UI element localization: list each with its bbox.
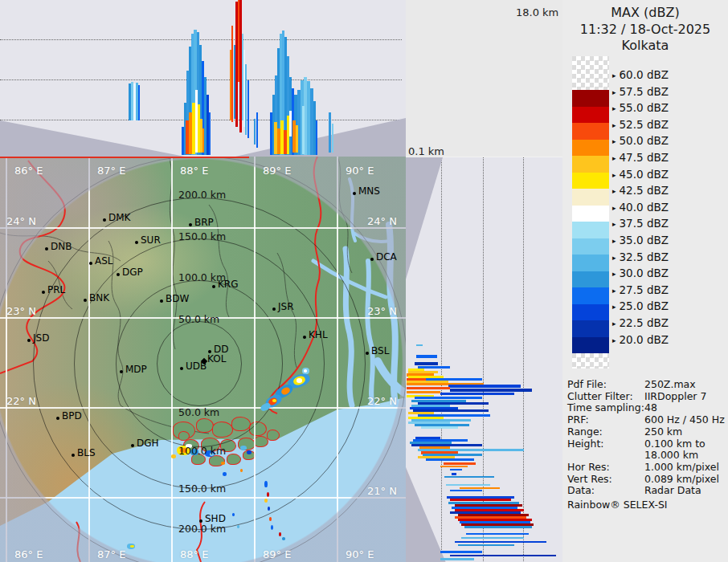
city-marker-SHD: [199, 519, 202, 523]
longitude-label: 89° E: [263, 165, 291, 177]
legend-band: [572, 271, 609, 288]
echo-strip: [415, 397, 482, 399]
info-row-value: Radar Data: [644, 484, 701, 496]
echo-strip: [460, 487, 500, 489]
echo-strip: [416, 355, 437, 358]
legend-title: MAX (dBZ) 11:32 / 18-Oct-2025 Kolkata: [562, 5, 728, 55]
city-label-KHL: KHL: [309, 329, 328, 340]
echo-bar: [231, 26, 233, 122]
longitude-label: 89° E: [263, 548, 291, 560]
city-label-DGP: DGP: [122, 267, 143, 278]
info-row-value: 0.089 km/pixel: [644, 473, 719, 485]
city-label-BDW: BDW: [166, 293, 189, 304]
info-row-value: IIRDoppler 7: [644, 390, 706, 402]
echo-bar: [332, 124, 333, 153]
city-marker-BSL: [366, 352, 369, 355]
right-profile-echoes: [406, 157, 562, 562]
legend-band: [572, 255, 609, 271]
echo-strip: [426, 458, 474, 461]
echo-strip: [461, 537, 524, 539]
scan-datetime: 11:32 / 18-Oct-2025: [562, 22, 728, 39]
city-marker-JSR: [272, 307, 276, 311]
legend-band: [572, 189, 609, 206]
echo-bar: [209, 112, 211, 155]
echo-bar: [302, 106, 305, 154]
range-ring-label: 150.0 km: [178, 483, 226, 495]
longitude-label: 90° E: [346, 165, 374, 177]
legend-entry: ▸57.5 dBZ: [612, 85, 669, 98]
range-ring-label: 200.0 km: [178, 523, 226, 535]
top-profile-echoes: [0, 0, 406, 157]
info-row-label: Range:: [567, 426, 603, 438]
echo-bar: [254, 119, 256, 145]
legend-arrow-icon: ▸: [612, 220, 616, 228]
legend-band: [572, 90, 609, 107]
range-ring-label: 200.0 km: [178, 189, 226, 201]
info-row-value: 1.000 km/pixel: [644, 461, 719, 473]
legend-arrow-icon: ▸: [612, 187, 616, 195]
legend-arrow-icon: ▸: [612, 270, 616, 278]
city-marker-JSD: [27, 339, 31, 342]
legend-arrow-icon: ▸: [612, 204, 616, 212]
echo-strip: [440, 558, 474, 560]
echo-strip: [446, 484, 490, 486]
city-label-KRG: KRG: [218, 279, 239, 290]
right-height-profile-panel[interactable]: [406, 157, 562, 562]
latitude-label: 22° N: [367, 395, 397, 407]
info-row-label: PRF:: [567, 413, 589, 426]
echo-strip: [450, 389, 532, 392]
echo-strip: [407, 387, 450, 389]
city-marker-MDP: [120, 370, 123, 373]
top-height-profile-panel[interactable]: [0, 0, 406, 157]
echo-strip: [416, 344, 423, 346]
echo-strip: [450, 499, 511, 501]
echo-strip: [440, 393, 514, 395]
legend-band: [572, 304, 609, 321]
legend-entry: ▸22.5 dBZ: [612, 316, 669, 329]
info-row-label: Time sampling:: [567, 401, 644, 413]
legend-entry: ▸45.0 dBZ: [612, 168, 669, 181]
echo-bar: [296, 125, 298, 153]
city-marker-DGP: [117, 273, 120, 276]
city-marker-KRG: [212, 285, 215, 288]
legend-entry: ▸37.5 dBZ: [612, 217, 669, 230]
radar-map-panel[interactable]: 86° E86° E87° E87° E88° E88° E89° E89° E…: [0, 157, 407, 562]
city-label-DCA: DCA: [376, 251, 397, 263]
legend-band: [572, 222, 609, 238]
legend-band: [572, 173, 609, 189]
legend-entry: ▸42.5 dBZ: [612, 184, 669, 197]
info-row-value: 250 km: [644, 426, 682, 438]
legend-entry: ▸20.0 dBZ: [612, 333, 669, 346]
city-marker-PRL: [42, 291, 45, 294]
legend-arrow-icon: ▸: [612, 88, 616, 96]
city-marker-BRP: [189, 223, 192, 226]
city-label-PRL: PRL: [47, 284, 65, 295]
info-row-value: 48: [644, 401, 657, 413]
legend-panel: MAX (dBZ) 11:32 / 18-Oct-2025 Kolkata ▸6…: [562, 0, 728, 562]
city-marker-BNK: [84, 299, 87, 302]
legend-arrow-icon: ▸: [612, 71, 616, 79]
city-marker-MNS: [353, 192, 356, 195]
latitude-label: 23° N: [367, 305, 397, 317]
legend-arrow-icon: ▸: [612, 254, 616, 262]
longitude-label: 88° E: [180, 165, 208, 177]
range-ring-label: 50.0 km: [178, 406, 219, 418]
latitude-label: 24° N: [6, 215, 36, 227]
city-marker-SUR: [135, 241, 138, 244]
echo-strip: [444, 462, 476, 465]
longitude-label: 86° E: [14, 165, 43, 177]
legend-arrow-icon: ▸: [612, 237, 616, 245]
legend-entry: ▸55.0 dBZ: [612, 101, 669, 114]
product-title: MAX (dBZ): [562, 5, 728, 22]
city-marker-UDB: [180, 367, 183, 370]
legend-entry: ▸25.0 dBZ: [612, 299, 669, 312]
info-row-value: 18.000 km: [644, 449, 698, 461]
echo-bar: [202, 128, 204, 153]
city-label-SUR: SUR: [141, 234, 161, 246]
range-ring-label: 150.0 km: [178, 230, 226, 242]
legend-checker-top: [572, 56, 609, 90]
city-label-MDP: MDP: [125, 364, 147, 375]
range-ring-label: 100.0 km: [178, 445, 226, 457]
legend-entry: ▸52.5 dBZ: [612, 118, 669, 131]
info-row-value: 250Z.max: [644, 378, 696, 390]
